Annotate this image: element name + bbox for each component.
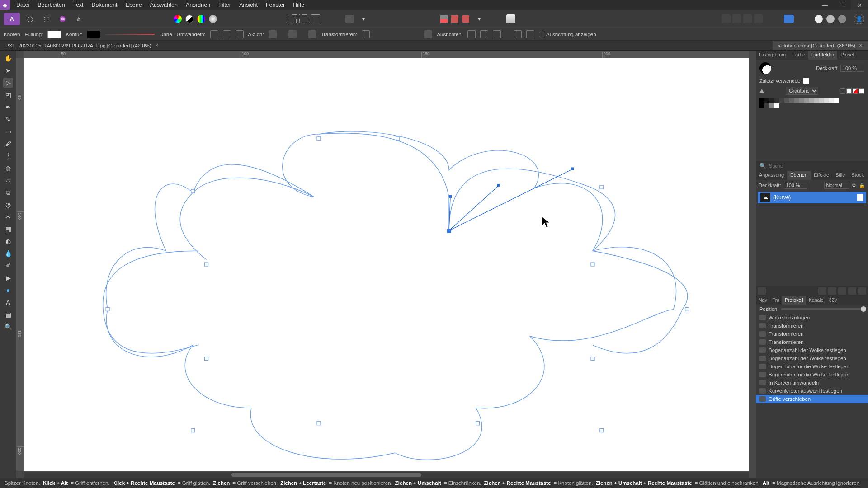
menu-hilfe[interactable]: Hilfe [293,2,304,8]
adjust-icon[interactable] [828,287,836,295]
document-tab[interactable]: <Unbenannt> [Geändert] (86.9%)✕ [773,41,868,50]
node-tool-icon[interactable]: ▷ [3,78,13,88]
layer-opacity-value[interactable]: 100 % [784,182,807,189]
marquee-sub-icon[interactable] [311,14,320,23]
grey-swatch-row-2[interactable] [760,103,864,108]
history-item[interactable]: Bogenanzahl der Wolke festlegen [756,346,868,354]
align-v1-icon[interactable] [514,30,522,38]
menu-filter[interactable]: Filter [218,2,231,8]
menu-fenster[interactable]: Fenster [266,2,285,8]
sync-icon[interactable]: ◯ [24,13,36,25]
pen-tool-icon[interactable]: ✒ [3,102,13,112]
color-picker-tool-icon[interactable]: 💧 [3,249,13,258]
panel-tab[interactable]: Farbe [789,51,808,60]
op-sub-icon[interactable] [826,15,835,23]
search-input[interactable] [769,163,864,169]
account-icon[interactable]: 👤 [854,14,864,24]
crop-tool-icon[interactable]: ✂ [3,212,13,222]
quickmask-icon[interactable] [345,15,354,23]
lab-icon[interactable] [209,15,217,23]
smooth-curve-icon[interactable] [308,30,316,38]
gear-icon[interactable]: ⚙ [852,183,856,188]
wave-icon[interactable]: ♒ [56,13,69,25]
grid-icon[interactable] [440,15,448,23]
recent-swatch[interactable] [803,78,809,84]
show-alignment-toggle[interactable]: Ausrichtung anzeigen [539,32,596,37]
break-icon[interactable] [269,30,277,38]
menu-anordnen[interactable]: Anordnen [186,2,210,8]
menu-ebene[interactable]: Ebene [126,2,142,8]
delete-layer-icon[interactable] [858,287,866,295]
convert-sharp-icon[interactable] [210,30,218,38]
hue-icon[interactable] [197,15,205,23]
history-item[interactable]: Wolke hinzufügen [756,314,868,322]
op-add-icon[interactable] [815,15,823,23]
menu-text[interactable]: Text [73,2,84,8]
history-item[interactable]: Bogenhöhe für die Wolke festlegen [756,371,868,379]
opacity-value[interactable]: 100 % [840,65,864,72]
group-icon[interactable] [838,287,846,295]
cube-icon[interactable]: ⬚ [40,13,52,25]
shape-tool-icon[interactable]: ▭ [3,127,13,136]
panel-tab[interactable]: Stock [848,171,867,180]
arrange-4[interactable] [754,14,763,23]
text-tool-icon[interactable]: A [3,297,13,307]
panel-tab[interactable]: Ebenen [787,171,811,180]
corner-tool-icon[interactable]: ◰ [3,90,13,100]
arrange-2[interactable] [732,14,741,23]
grey-swatch-row[interactable] [760,98,864,103]
arrange-1[interactable] [722,14,731,23]
canvas[interactable] [24,58,749,471]
panel-tab[interactable]: Stile [832,171,848,180]
convert-smooth-icon[interactable] [223,30,231,38]
panel-tab[interactable]: Kanäle [806,296,826,305]
align-v2-icon[interactable] [526,30,534,38]
panel-tab[interactable]: Farbfelder [808,51,837,60]
grid2-icon[interactable] [451,15,458,23]
pencil-tool-icon[interactable]: ✎ [3,114,13,124]
align-h3-icon[interactable] [493,30,501,38]
eraser-tool-icon[interactable]: ▱ [3,175,13,185]
history-item[interactable]: Bogenanzahl der Wolke festlegen [756,354,868,362]
rgb-wheel-icon[interactable] [174,15,182,23]
marquee-add-icon[interactable] [299,14,308,23]
menu-datei[interactable]: Datei [16,2,29,8]
clone-tool-icon[interactable]: ⧉ [3,188,13,197]
lock-icon[interactable]: 🔒 [859,183,865,188]
align-h2-icon[interactable] [480,30,488,38]
circle-tool-icon[interactable]: ● [3,285,13,295]
palette-view-icons[interactable] [840,88,864,94]
brush-tool-icon[interactable]: 🖌 [3,139,13,149]
persona-logo[interactable]: A [4,13,20,25]
close-curve-icon[interactable] [288,30,297,38]
panel-tab[interactable]: Histogramm [756,51,789,60]
panel-tab[interactable]: 32V [826,296,840,305]
smudge-tool-icon[interactable]: ⟆ [3,151,13,161]
assistant-icon[interactable] [506,14,515,23]
transform-mode-icon[interactable] [362,30,370,38]
hand-tool-icon[interactable]: ✋ [3,53,13,63]
history-item[interactable]: Transformieren [756,330,868,338]
tab-close-icon[interactable]: ✕ [859,43,863,48]
convert-smart-icon[interactable] [236,30,244,38]
position-slider[interactable] [781,308,864,310]
layer-item[interactable]: ☁ (Kurve) ✓ [758,192,866,203]
snap-icon[interactable] [462,15,469,23]
snap-dropdown-icon[interactable]: ▾ [473,13,486,25]
fg-bg-swatch[interactable] [760,62,771,74]
add-layer-icon[interactable] [848,287,856,295]
greyscale-icon[interactable] [185,15,193,23]
close-button[interactable]: ✕ [851,0,868,10]
maximize-button[interactable]: ❐ [834,0,851,10]
minimize-button[interactable]: — [816,0,834,10]
panel-tab[interactable]: Effekte [811,171,832,180]
panel-tab[interactable]: Protokoll [782,296,806,305]
blend-mode-select[interactable]: Normal [824,182,849,189]
fx-icon[interactable] [818,287,826,295]
horizontal-scrollbar[interactable] [24,472,749,478]
blur-tool-icon[interactable]: ◔ [3,200,13,210]
stroke-preview[interactable] [105,34,155,35]
history-item[interactable]: Kurvenknotenauswahl festlegen [756,387,868,395]
share-icon[interactable]: ⋔ [72,13,85,25]
layer-visibility-checkbox[interactable]: ✓ [857,194,863,201]
